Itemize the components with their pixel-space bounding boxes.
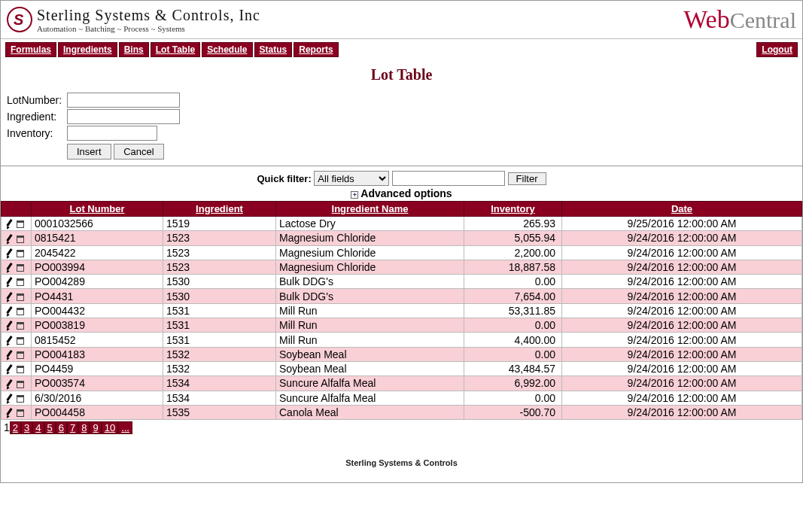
delete-icon[interactable] [17, 337, 24, 345]
cell-date: 9/24/2016 12:00:00 AM [562, 405, 802, 419]
delete-icon[interactable] [17, 308, 24, 315]
edit-icon[interactable] [5, 248, 14, 259]
cell-date: 9/24/2016 12:00:00 AM [562, 275, 802, 289]
tab-bins[interactable]: Bins [119, 42, 149, 57]
cell-inventory: 6,992.00 [464, 376, 562, 391]
inventory-input[interactable] [67, 126, 157, 141]
edit-icon[interactable] [5, 364, 14, 375]
cell-date: 9/24/2016 12:00:00 AM [562, 347, 802, 361]
table-row: PO0041831532Soybean Meal0.009/24/2016 12… [2, 347, 802, 361]
delete-icon[interactable] [17, 264, 24, 272]
delete-icon[interactable] [17, 381, 24, 388]
delete-icon[interactable] [17, 322, 24, 330]
edit-icon[interactable] [5, 350, 14, 360]
edit-icon[interactable] [5, 321, 14, 331]
edit-icon[interactable] [5, 263, 14, 273]
cell-ingredient: 1534 [163, 391, 276, 405]
delete-icon[interactable] [17, 250, 24, 257]
advanced-options-row: +Advanced options [1, 187, 802, 201]
edit-icon[interactable] [5, 234, 14, 245]
delete-icon[interactable] [17, 366, 24, 373]
filter-text-input[interactable] [392, 171, 505, 186]
edit-icon[interactable] [5, 379, 14, 390]
cell-lot: 6/30/2016 [32, 391, 163, 405]
edit-icon[interactable] [5, 306, 14, 317]
insert-button[interactable]: Insert [67, 144, 111, 160]
pager-page[interactable]: 7 [67, 421, 78, 434]
cell-date: 9/24/2016 12:00:00 AM [562, 231, 802, 245]
page-title: Lot Table [1, 66, 802, 84]
edit-icon[interactable] [5, 219, 14, 230]
delete-icon[interactable] [17, 351, 24, 359]
col-date[interactable]: Date [562, 202, 802, 217]
col-ingredient-name[interactable]: Ingredient Name [276, 202, 464, 217]
tab-lot-table[interactable]: Lot Table [151, 42, 200, 57]
cell-date: 9/24/2016 12:00:00 AM [562, 260, 802, 274]
col-lot-number[interactable]: Lot Number [32, 202, 163, 217]
delete-icon[interactable] [17, 409, 24, 417]
pager-page[interactable]: 3 [21, 421, 32, 434]
pager-page[interactable]: 8 [78, 421, 90, 434]
lotnumber-input[interactable] [67, 93, 180, 108]
delete-icon[interactable] [17, 278, 24, 286]
pager-current: 1 [4, 421, 10, 433]
table-row: PO44591532Soybean Meal43,484.579/24/2016… [2, 361, 802, 375]
cell-inventory: 4,400.00 [464, 333, 562, 347]
pager-page[interactable]: 5 [44, 421, 56, 434]
tab-ingredients[interactable]: Ingredients [58, 42, 117, 57]
cell-ingredient-name: Soybean Meal [276, 347, 464, 361]
cell-lot: PO003994 [32, 260, 163, 274]
tab-reports[interactable]: Reports [294, 42, 338, 57]
delete-icon[interactable] [17, 293, 24, 301]
cell-inventory: 265.93 [464, 217, 562, 231]
table-row: 08154211523Magnesium Chloride5,055.949/2… [2, 231, 802, 245]
delete-icon[interactable] [17, 220, 24, 228]
cell-date: 9/24/2016 12:00:00 AM [562, 245, 802, 260]
cell-lot: PO004458 [32, 405, 163, 419]
col-actions [2, 202, 32, 217]
tab-status[interactable]: Status [254, 42, 293, 57]
edit-icon[interactable] [5, 277, 14, 287]
pager-page[interactable]: 6 [56, 421, 67, 434]
edit-icon[interactable] [5, 394, 14, 404]
edit-icon[interactable] [5, 336, 14, 346]
filter-field-select[interactable]: All fields [314, 171, 389, 186]
delete-icon[interactable] [17, 395, 24, 403]
col-ingredient[interactable]: Ingredient [163, 202, 276, 217]
table-row: 00010325661519Lactose Dry265.939/25/2016… [2, 217, 802, 231]
table-row: PO44311530Bulk DDG's7,654.009/24/2016 12… [2, 289, 802, 303]
cell-inventory: 0.00 [464, 318, 562, 333]
col-inventory[interactable]: Inventory [464, 202, 562, 217]
tab-schedule[interactable]: Schedule [202, 42, 252, 57]
tab-formulas[interactable]: Formulas [5, 42, 56, 57]
pager-page[interactable]: 10 [102, 421, 118, 434]
pager-page[interactable]: 2 [10, 421, 21, 434]
pager-page[interactable]: ... [118, 421, 132, 434]
cell-ingredient-name: Magnesium Chloride [276, 260, 464, 274]
cell-lot: 0001032566 [32, 217, 163, 231]
insert-form: LotNumber: Ingredient: Inventory: Insert… [1, 90, 802, 166]
cell-lot: PO004289 [32, 275, 163, 289]
inventory-label: Inventory: [7, 127, 67, 139]
company-name: Sterling Systems & Controls, Inc [37, 7, 260, 24]
cell-ingredient: 1535 [163, 405, 276, 419]
logout-link[interactable]: Logout [756, 42, 798, 57]
cancel-button[interactable]: Cancel [114, 144, 163, 160]
cell-inventory: 18,887.58 [464, 260, 562, 274]
cell-lot: 0815452 [32, 333, 163, 347]
cell-ingredient-name: Bulk DDG's [276, 289, 464, 303]
quick-filter-label: Quick filter: [257, 173, 311, 184]
filter-button[interactable]: Filter [508, 172, 546, 185]
edit-icon[interactable] [5, 408, 14, 418]
lotnumber-label: LotNumber: [7, 94, 67, 106]
expand-icon[interactable]: + [351, 191, 358, 199]
pager-page[interactable]: 9 [90, 421, 101, 434]
cell-inventory: 0.00 [464, 347, 562, 361]
advanced-options-label[interactable]: Advanced options [360, 187, 452, 199]
delete-icon[interactable] [17, 236, 24, 243]
pager-page[interactable]: 4 [32, 421, 44, 434]
edit-icon[interactable] [5, 292, 14, 302]
cell-ingredient: 1530 [163, 275, 276, 289]
cell-ingredient-name: Canola Meal [276, 405, 464, 419]
ingredient-input[interactable] [67, 109, 180, 124]
